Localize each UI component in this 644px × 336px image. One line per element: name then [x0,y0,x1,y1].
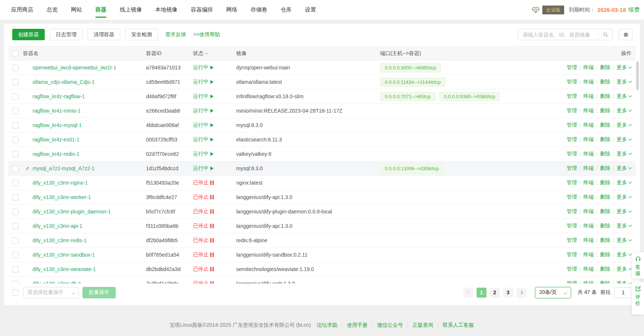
toolbar-link-2[interactable]: >>使用帮助 [193,31,220,38]
create-container-button[interactable]: 创建容器 [12,29,45,40]
row-action-more[interactable]: 更多 [617,122,631,128]
container-name-link[interactable]: ragflow_kr4z-ragflow-1 [33,93,85,99]
row-checkbox[interactable] [12,281,18,284]
container-name-link[interactable]: dify_v130_c3mr-worker-1 [33,194,91,200]
container-name-link[interactable]: dify_v130_c3mr-nginx-1 [33,180,88,186]
row-action-delete[interactable]: 删除 [600,64,610,70]
nav-item-8[interactable]: 网络 [220,0,244,20]
renew-link[interactable]: 续费 [628,6,640,13]
row-action-more[interactable]: 更多 [617,280,631,284]
row-action-more[interactable]: 更多 [617,64,631,70]
row-action-manage[interactable]: 管理 [567,266,577,272]
row-action-manage[interactable]: 管理 [567,165,577,171]
status-toggle[interactable]: 运行中 [193,93,214,100]
container-name-link[interactable]: ragflow_kr4z-mysql-1 [33,122,82,128]
container-name-link[interactable]: ragflow_kr4z-redis-1 [33,151,79,157]
row-action-terminal[interactable]: 终端 [583,93,594,99]
row-action-terminal[interactable]: 终端 [583,165,594,171]
search-button[interactable] [598,29,612,40]
row-action-manage[interactable]: 管理 [567,93,577,99]
row-action-manage[interactable]: 管理 [567,79,577,85]
row-action-delete[interactable]: 删除 [600,93,610,99]
row-action-more[interactable]: 更多 [617,93,631,99]
row-action-more[interactable]: 更多 [617,165,631,171]
status-toggle[interactable]: 已停止 [193,251,214,258]
pagination-prev-button[interactable] [463,288,473,298]
row-action-delete[interactable]: 删除 [600,223,610,229]
row-action-manage[interactable]: 管理 [567,122,577,128]
container-name-link[interactable]: mysql_a7z2-mysql_A7z2-1 [33,165,95,171]
row-action-terminal[interactable]: 终端 [583,194,594,200]
nav-item-2[interactable]: 总览 [40,0,64,20]
row-action-more[interactable]: 更多 [617,251,631,257]
status-toggle[interactable]: 已停止 [193,194,214,200]
container-name-link[interactable]: dify_v130_c3mr-redis-1 [33,237,87,243]
feedback-button[interactable]: 评价 [632,282,644,315]
row-checkbox[interactable] [12,79,18,85]
row-action-delete[interactable]: 删除 [600,136,610,142]
status-toggle[interactable]: 已停止 [193,223,214,229]
row-action-more[interactable]: 更多 [617,79,631,85]
row-action-manage[interactable]: 管理 [567,280,577,284]
search-input[interactable] [518,29,598,40]
row-action-terminal[interactable]: 终端 [583,136,594,142]
row-action-manage[interactable]: 管理 [567,208,577,214]
select-all-checkbox[interactable] [12,50,18,56]
row-checkbox[interactable] [12,65,18,71]
nav-item-9[interactable]: 存储卷 [244,0,274,20]
status-toggle[interactable]: 已停止 [193,266,214,272]
row-action-delete[interactable]: 删除 [600,79,610,85]
row-action-delete[interactable]: 删除 [600,208,610,214]
table-scrollbar-thumb[interactable] [636,61,639,90]
row-action-terminal[interactable]: 终端 [583,251,594,257]
status-toggle[interactable]: 运行中 [193,64,214,71]
status-toggle[interactable]: 已停止 [193,179,214,186]
toolbar-link-1[interactable]: 需求反馈 [165,31,186,38]
row-action-manage[interactable]: 管理 [567,136,577,142]
container-name-link[interactable]: ollama_cdjs-ollama_Cdjs-1 [33,79,95,85]
header-status[interactable]: 状态 [193,50,236,57]
footer-link-5[interactable]: 联系人工客服 [443,322,474,328]
status-toggle[interactable]: 运行中 [193,136,214,143]
row-action-more[interactable]: 更多 [617,237,631,243]
row-action-delete[interactable]: 删除 [600,266,610,272]
batch-action-select[interactable]: 请选择批量操作 [23,287,79,298]
container-name-link[interactable]: ragflow_kr4z-es01-1 [33,137,79,143]
container-name-link[interactable]: dify_v130_c3mr-weaviate-1 [33,266,96,272]
toolbar-button-2[interactable]: 清理容器 [88,29,120,40]
pagination-page-3[interactable]: 3 [503,288,513,298]
pagination-page-2[interactable]: 2 [490,288,500,298]
row-action-delete[interactable]: 删除 [600,280,610,284]
row-action-delete[interactable]: 删除 [600,122,610,128]
container-name-link[interactable]: dify_v130_c3mr-sandbox-1 [33,252,95,258]
row-checkbox[interactable] [12,180,18,186]
row-action-manage[interactable]: 管理 [567,151,577,157]
table-settings-button[interactable] [619,29,633,40]
row-checkbox[interactable] [12,266,18,272]
footer-link-1[interactable]: 论坛求助 [317,322,338,328]
row-action-more[interactable]: 更多 [617,151,631,157]
row-checkbox[interactable] [12,122,18,128]
port-mapping-badge[interactable]: 0.0.0.0:13306-->3306/tcp [380,164,444,173]
nav-item-5[interactable]: 线上镜像 [113,0,149,20]
row-action-more[interactable]: 更多 [617,194,631,200]
row-checkbox[interactable] [12,137,18,143]
row-action-manage[interactable]: 管理 [567,223,577,229]
toolbar-button-1[interactable]: 日志管理 [50,29,82,40]
row-checkbox[interactable] [12,223,18,229]
footer-link-4[interactable]: 正版查询 [413,322,433,328]
toolbar-button-3[interactable]: 安全检测 [125,29,158,40]
row-checkbox[interactable] [12,194,18,200]
row-checkbox[interactable] [12,209,18,215]
nav-item-3[interactable]: 网站 [64,0,89,20]
row-checkbox[interactable] [12,151,18,157]
pagination-page-1[interactable]: 1 [477,288,487,298]
status-toggle[interactable]: 运行中 [193,107,214,114]
row-action-more[interactable]: 更多 [617,266,631,272]
nav-item-7[interactable]: 容器编排 [184,0,220,20]
status-toggle[interactable]: 运行中 [193,122,214,128]
port-mapping-badge[interactable]: 0.0.0.0:3000-->8080/tcp [380,63,441,72]
row-action-manage[interactable]: 管理 [567,179,577,185]
nav-item-11[interactable]: 设置 [298,0,323,20]
row-action-terminal[interactable]: 终端 [583,122,594,128]
